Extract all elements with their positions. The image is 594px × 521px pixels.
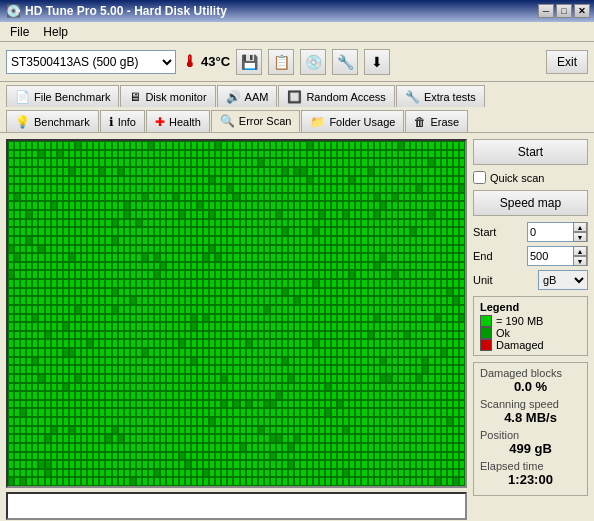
- grid-cell: [459, 434, 465, 443]
- grid-cell: [459, 227, 465, 236]
- tab-info-label: Info: [118, 116, 136, 128]
- grid-cell: [459, 158, 465, 167]
- end-spin-down[interactable]: ▼: [573, 256, 587, 266]
- grid-cell: [459, 210, 465, 219]
- grid-cell: [459, 253, 465, 262]
- legend-block-label: = 190 MB: [496, 315, 543, 327]
- grid-cell: [459, 219, 465, 228]
- legend-row-block: = 190 MB: [480, 315, 581, 327]
- stats-box: Damaged blocks 0.0 % Scanning speed 4.8 …: [473, 362, 588, 496]
- end-spin-up[interactable]: ▲: [573, 246, 587, 256]
- position-label: Position: [480, 429, 581, 441]
- grid-cell: [459, 167, 465, 176]
- disk-info-button[interactable]: 💾: [236, 49, 262, 75]
- grid-cell: [459, 176, 465, 185]
- toolbar: ST3500413AS (500 gB) 🌡 43°C 💾 📋 💿 🔧 ⬇ Ex…: [0, 42, 594, 82]
- menu-help[interactable]: Help: [37, 23, 74, 41]
- stat-scanning-speed: Scanning speed 4.8 MB/s: [480, 398, 581, 425]
- menu-file[interactable]: File: [4, 23, 35, 41]
- range-group: Start ▲ ▼ End ▲ ▼: [473, 222, 588, 290]
- unit-label: Unit: [473, 274, 493, 286]
- end-input-wrap: ▲ ▼: [527, 246, 588, 266]
- disk-copy-button[interactable]: 📋: [268, 49, 294, 75]
- legend-swatch-green: [480, 315, 492, 327]
- thermometer-icon: 🌡: [182, 52, 198, 72]
- start-spin-up[interactable]: ▲: [573, 222, 587, 232]
- exit-button[interactable]: Exit: [546, 50, 588, 74]
- tab-error-scan[interactable]: 🔍 Error Scan: [211, 110, 301, 132]
- info-icon: ℹ: [109, 115, 114, 129]
- tab-benchmark[interactable]: 💡 Benchmark: [6, 110, 99, 132]
- save-button[interactable]: 💿: [300, 49, 326, 75]
- grid-cell: [459, 322, 465, 331]
- end-range-label: End: [473, 250, 493, 262]
- grid-cell: [459, 245, 465, 254]
- tab-erase[interactable]: 🗑 Erase: [405, 110, 468, 132]
- tab-file-benchmark[interactable]: 📄 File Benchmark: [6, 85, 119, 107]
- grid-cell: [459, 348, 465, 357]
- legend-box: Legend = 190 MB Ok Damaged: [473, 296, 588, 356]
- grid-cell: [459, 426, 465, 435]
- disk-monitor-icon: 🖥: [129, 90, 141, 104]
- legend-damaged-label: Damaged: [496, 339, 544, 351]
- folder-usage-icon: 📁: [310, 115, 325, 129]
- speed-map-button[interactable]: Speed map: [473, 190, 588, 216]
- tab-aam[interactable]: 🔊 AAM: [217, 85, 278, 107]
- grid-cell: [459, 270, 465, 279]
- end-input[interactable]: [528, 247, 573, 265]
- start-input-wrap: ▲ ▼: [527, 222, 588, 242]
- grid-cell: [459, 141, 465, 150]
- grid-cell: [459, 417, 465, 426]
- legend-swatch-ok: [480, 327, 492, 339]
- start-spin-down[interactable]: ▼: [573, 232, 587, 242]
- start-range-label: Start: [473, 226, 496, 238]
- start-button[interactable]: Start: [473, 139, 588, 165]
- tab-aam-label: AAM: [245, 91, 269, 103]
- grid-cell: [459, 469, 465, 478]
- grid-cell: [459, 460, 465, 469]
- legend-swatch-damaged: [480, 339, 492, 351]
- start-range-row: Start ▲ ▼: [473, 222, 588, 242]
- quick-scan-checkbox[interactable]: [473, 171, 486, 184]
- end-spin-btns: ▲ ▼: [573, 246, 587, 266]
- tab-random-access[interactable]: 🔲 Random Access: [278, 85, 394, 107]
- legend-row-damaged: Damaged: [480, 339, 581, 351]
- minimize-button[interactable]: ─: [538, 4, 554, 18]
- tab-folder-usage-label: Folder Usage: [329, 116, 395, 128]
- tabs-row-2: 💡 Benchmark ℹ Info ✚ Health 🔍 Error Scan…: [0, 107, 594, 132]
- aam-icon: 🔊: [226, 90, 241, 104]
- grid-cell: [459, 305, 465, 314]
- tab-folder-usage[interactable]: 📁 Folder Usage: [301, 110, 404, 132]
- tab-extra-tests[interactable]: 🔧 Extra tests: [396, 85, 485, 107]
- start-input[interactable]: [528, 223, 573, 241]
- grid-cell: [459, 452, 465, 461]
- menu-bar: File Help: [0, 22, 594, 42]
- maximize-button[interactable]: □: [556, 4, 572, 18]
- grid-cell: [459, 331, 465, 340]
- grid-cell: [459, 477, 465, 486]
- grid-cell: [459, 193, 465, 202]
- grid-cell: [459, 201, 465, 210]
- temperature-display: 🌡 43°C: [182, 52, 230, 72]
- stat-position: Position 499 gB: [480, 429, 581, 456]
- legend-ok-label: Ok: [496, 327, 510, 339]
- drive-selector[interactable]: ST3500413AS (500 gB): [6, 50, 176, 74]
- app-icon: 💽: [6, 4, 21, 18]
- tab-health[interactable]: ✚ Health: [146, 110, 210, 132]
- grid-cell: [459, 314, 465, 323]
- tab-disk-monitor[interactable]: 🖥 Disk monitor: [120, 85, 215, 107]
- grid-cell: [459, 262, 465, 271]
- stat-damaged-blocks: Damaged blocks 0.0 %: [480, 367, 581, 394]
- close-button[interactable]: ✕: [574, 4, 590, 18]
- right-panel: Start Quick scan Speed map Start ▲ ▼ End: [473, 139, 588, 520]
- grid-cell: [459, 400, 465, 409]
- tools-button[interactable]: 🔧: [332, 49, 358, 75]
- grid-cell: [459, 357, 465, 366]
- unit-select[interactable]: gB MB LBA: [538, 270, 588, 290]
- benchmark-icon: 💡: [15, 115, 30, 129]
- tab-info[interactable]: ℹ Info: [100, 110, 145, 132]
- damaged-blocks-label: Damaged blocks: [480, 367, 581, 379]
- grid-cell: [459, 236, 465, 245]
- scanning-speed-value: 4.8 MB/s: [480, 410, 581, 425]
- download-button[interactable]: ⬇: [364, 49, 390, 75]
